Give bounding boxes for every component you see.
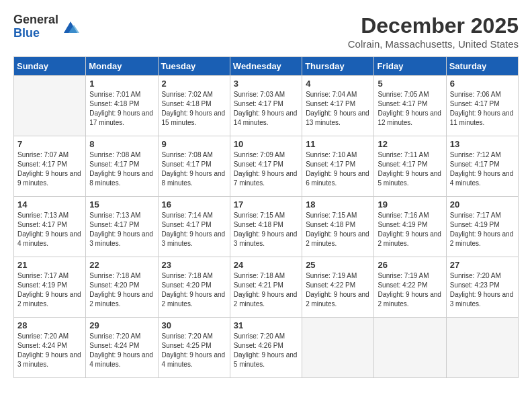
day-info: Sunrise: 7:17 AMSunset: 4:19 PMDaylight:…	[17, 271, 82, 309]
logo-general-text: General	[13, 13, 58, 27]
calendar-cell: 4Sunrise: 7:04 AMSunset: 4:17 PMDaylight…	[302, 76, 374, 136]
day-number: 18	[306, 199, 370, 210]
calendar-cell: 31Sunrise: 7:20 AMSunset: 4:26 PMDayligh…	[230, 318, 302, 378]
day-number: 22	[89, 260, 154, 270]
calendar-cell	[302, 318, 374, 378]
day-info: Sunrise: 7:20 AMSunset: 4:26 PMDaylight:…	[234, 332, 298, 369]
day-info: Sunrise: 7:20 AMSunset: 4:24 PMDaylight:…	[17, 332, 82, 369]
day-number: 5	[378, 79, 442, 89]
day-number: 21	[17, 260, 82, 270]
day-info: Sunrise: 7:20 AMSunset: 4:25 PMDaylight:…	[162, 332, 226, 369]
day-info: Sunrise: 7:05 AMSunset: 4:17 PMDaylight:…	[378, 90, 442, 128]
day-number: 2	[162, 79, 226, 89]
day-number: 1	[89, 79, 154, 89]
weekday-header: Sunday	[14, 57, 86, 76]
weekday-header-row: SundayMondayTuesdayWednesdayThursdayFrid…	[14, 57, 519, 76]
calendar-cell: 21Sunrise: 7:17 AMSunset: 4:19 PMDayligh…	[14, 257, 86, 318]
day-info: Sunrise: 7:14 AMSunset: 4:17 PMDaylight:…	[162, 211, 226, 248]
logo-blue-text: Blue	[13, 27, 58, 40]
calendar-cell: 24Sunrise: 7:18 AMSunset: 4:21 PMDayligh…	[230, 257, 302, 318]
day-info: Sunrise: 7:15 AMSunset: 4:18 PMDaylight:…	[306, 211, 370, 248]
day-number: 14	[17, 199, 82, 210]
day-number: 7	[17, 139, 82, 149]
calendar-cell: 8Sunrise: 7:08 AMSunset: 4:17 PMDaylight…	[86, 136, 158, 197]
day-info: Sunrise: 7:18 AMSunset: 4:20 PMDaylight:…	[162, 271, 226, 309]
calendar-cell: 12Sunrise: 7:11 AMSunset: 4:17 PMDayligh…	[374, 136, 446, 197]
day-number: 6	[450, 79, 515, 89]
logo-icon	[60, 18, 81, 35]
day-info: Sunrise: 7:13 AMSunset: 4:17 PMDaylight:…	[89, 211, 154, 248]
day-info: Sunrise: 7:19 AMSunset: 4:22 PMDaylight:…	[378, 271, 442, 309]
day-info: Sunrise: 7:08 AMSunset: 4:17 PMDaylight:…	[162, 150, 226, 188]
day-number: 20	[450, 199, 515, 210]
calendar-cell: 6Sunrise: 7:06 AMSunset: 4:17 PMDaylight…	[446, 76, 518, 136]
calendar-cell: 22Sunrise: 7:18 AMSunset: 4:20 PMDayligh…	[86, 257, 158, 318]
page-header: General Blue December 2025 Colrain, Mass…	[13, 13, 519, 50]
day-info: Sunrise: 7:03 AMSunset: 4:17 PMDaylight:…	[234, 90, 298, 128]
day-number: 13	[450, 139, 515, 149]
calendar-cell: 25Sunrise: 7:19 AMSunset: 4:22 PMDayligh…	[302, 257, 374, 318]
weekday-header: Thursday	[302, 57, 374, 76]
calendar-cell: 20Sunrise: 7:17 AMSunset: 4:19 PMDayligh…	[446, 197, 518, 257]
weekday-header: Saturday	[446, 57, 518, 76]
day-number: 31	[234, 320, 298, 330]
day-info: Sunrise: 7:18 AMSunset: 4:20 PMDaylight:…	[89, 271, 154, 309]
calendar-cell: 11Sunrise: 7:10 AMSunset: 4:17 PMDayligh…	[302, 136, 374, 197]
day-info: Sunrise: 7:09 AMSunset: 4:17 PMDaylight:…	[234, 150, 298, 188]
day-info: Sunrise: 7:11 AMSunset: 4:17 PMDaylight:…	[378, 150, 442, 188]
day-number: 27	[450, 260, 515, 270]
day-number: 29	[89, 320, 154, 330]
day-number: 16	[162, 199, 226, 210]
calendar-cell: 10Sunrise: 7:09 AMSunset: 4:17 PMDayligh…	[230, 136, 302, 197]
weekday-header: Monday	[86, 57, 158, 76]
calendar-cell: 18Sunrise: 7:15 AMSunset: 4:18 PMDayligh…	[302, 197, 374, 257]
calendar-cell: 5Sunrise: 7:05 AMSunset: 4:17 PMDaylight…	[374, 76, 446, 136]
weekday-header: Friday	[374, 57, 446, 76]
day-info: Sunrise: 7:10 AMSunset: 4:17 PMDaylight:…	[306, 150, 370, 188]
calendar-week-row: 21Sunrise: 7:17 AMSunset: 4:19 PMDayligh…	[14, 257, 519, 318]
calendar-cell: 17Sunrise: 7:15 AMSunset: 4:18 PMDayligh…	[230, 197, 302, 257]
day-number: 8	[89, 139, 154, 149]
calendar-cell	[446, 318, 518, 378]
calendar-week-row: 1Sunrise: 7:01 AMSunset: 4:18 PMDaylight…	[14, 76, 519, 136]
day-info: Sunrise: 7:02 AMSunset: 4:18 PMDaylight:…	[162, 90, 226, 128]
calendar-cell: 15Sunrise: 7:13 AMSunset: 4:17 PMDayligh…	[86, 197, 158, 257]
day-info: Sunrise: 7:13 AMSunset: 4:17 PMDaylight:…	[17, 211, 82, 248]
day-number: 11	[306, 139, 370, 149]
calendar-cell	[14, 76, 86, 136]
calendar-cell: 1Sunrise: 7:01 AMSunset: 4:18 PMDaylight…	[86, 76, 158, 136]
calendar-cell: 27Sunrise: 7:20 AMSunset: 4:23 PMDayligh…	[446, 257, 518, 318]
day-info: Sunrise: 7:15 AMSunset: 4:18 PMDaylight:…	[234, 211, 298, 248]
title-block: December 2025 Colrain, Massachusetts, Un…	[348, 13, 519, 50]
calendar-cell: 2Sunrise: 7:02 AMSunset: 4:18 PMDaylight…	[158, 76, 230, 136]
day-number: 4	[306, 79, 370, 89]
day-info: Sunrise: 7:20 AMSunset: 4:23 PMDaylight:…	[450, 271, 515, 309]
calendar-cell: 26Sunrise: 7:19 AMSunset: 4:22 PMDayligh…	[374, 257, 446, 318]
calendar-cell: 23Sunrise: 7:18 AMSunset: 4:20 PMDayligh…	[158, 257, 230, 318]
location: Colrain, Massachusetts, United States	[348, 38, 519, 50]
day-info: Sunrise: 7:01 AMSunset: 4:18 PMDaylight:…	[89, 90, 154, 128]
calendar-week-row: 28Sunrise: 7:20 AMSunset: 4:24 PMDayligh…	[14, 318, 519, 378]
logo: General Blue	[13, 13, 81, 40]
day-number: 24	[234, 260, 298, 270]
calendar-week-row: 7Sunrise: 7:07 AMSunset: 4:17 PMDaylight…	[14, 136, 519, 197]
calendar-cell: 3Sunrise: 7:03 AMSunset: 4:17 PMDaylight…	[230, 76, 302, 136]
day-number: 15	[89, 199, 154, 210]
day-info: Sunrise: 7:06 AMSunset: 4:17 PMDaylight:…	[450, 90, 515, 128]
day-info: Sunrise: 7:20 AMSunset: 4:24 PMDaylight:…	[89, 332, 154, 369]
calendar-cell: 16Sunrise: 7:14 AMSunset: 4:17 PMDayligh…	[158, 197, 230, 257]
calendar-table: SundayMondayTuesdayWednesdayThursdayFrid…	[13, 56, 519, 378]
day-number: 3	[234, 79, 298, 89]
calendar-cell: 14Sunrise: 7:13 AMSunset: 4:17 PMDayligh…	[14, 197, 86, 257]
day-info: Sunrise: 7:19 AMSunset: 4:22 PMDaylight:…	[306, 271, 370, 309]
calendar-cell: 28Sunrise: 7:20 AMSunset: 4:24 PMDayligh…	[14, 318, 86, 378]
day-info: Sunrise: 7:17 AMSunset: 4:19 PMDaylight:…	[450, 211, 515, 248]
day-number: 23	[162, 260, 226, 270]
day-info: Sunrise: 7:07 AMSunset: 4:17 PMDaylight:…	[17, 150, 82, 188]
day-info: Sunrise: 7:04 AMSunset: 4:17 PMDaylight:…	[306, 90, 370, 128]
weekday-header: Tuesday	[158, 57, 230, 76]
calendar-week-row: 14Sunrise: 7:13 AMSunset: 4:17 PMDayligh…	[14, 197, 519, 257]
day-number: 25	[306, 260, 370, 270]
day-number: 28	[17, 320, 82, 330]
day-number: 30	[162, 320, 226, 330]
